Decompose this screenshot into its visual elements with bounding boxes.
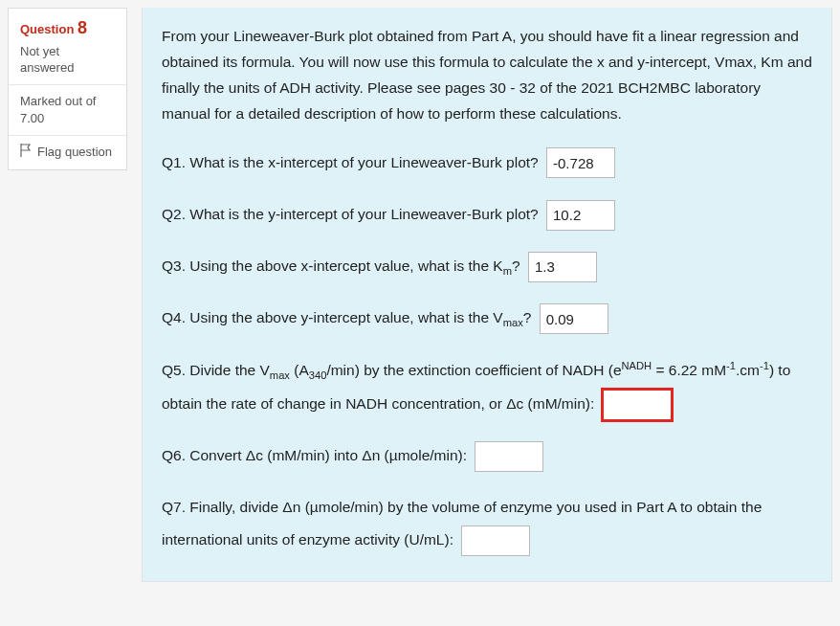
question-status: Not yet answered: [20, 44, 115, 77]
question-title: Question 8: [20, 18, 115, 38]
sub-question-4: Q4. Using the above y-intercept value, w…: [162, 302, 812, 335]
sub-question-5: Q5. Divide the Vmax (A340/min) by the ex…: [162, 354, 812, 420]
sub-question-2: Q2. What is the y-intercept of your Line…: [162, 198, 812, 231]
q4-input[interactable]: [540, 303, 608, 334]
sub-question-6: Q6. Convert Δc (mM/min) into Δn (µmole/m…: [162, 439, 812, 472]
sub-question-7: Q7. Finally, divide Δn (µmole/min) by th…: [162, 491, 812, 556]
q3-input[interactable]: [528, 252, 597, 282]
flag-label: Flag question: [37, 145, 112, 159]
sub-question-3: Q3. Using the above x-intercept value, w…: [162, 250, 812, 283]
question-number: 8: [77, 18, 87, 37]
q7-input[interactable]: [461, 525, 530, 556]
q6-input[interactable]: [475, 441, 543, 472]
marked-out-of: Marked out of 7.00: [20, 93, 115, 127]
question-content: From your Lineweaver-Burk plot obtained …: [142, 8, 832, 582]
q1-text: Q1. What is the x-intercept of your Line…: [162, 154, 539, 170]
q1-input[interactable]: [546, 147, 615, 178]
q6-text: Q6. Convert Δc (mM/min) into Δn (µmole/m…: [162, 447, 467, 463]
divider: [9, 84, 126, 85]
divider: [9, 135, 126, 136]
sub-question-1: Q1. What is the x-intercept of your Line…: [162, 146, 812, 179]
question-intro: From your Lineweaver-Burk plot obtained …: [162, 23, 812, 127]
flag-question-link[interactable]: Flag question: [20, 144, 115, 160]
question-label: Question: [20, 22, 74, 36]
q2-text: Q2. What is the y-intercept of your Line…: [162, 206, 539, 222]
question-info-panel: Question 8 Not yet answered Marked out o…: [8, 8, 127, 170]
q2-input[interactable]: [546, 200, 615, 231]
flag-icon: [20, 144, 32, 160]
q5-input[interactable]: [603, 390, 672, 420]
